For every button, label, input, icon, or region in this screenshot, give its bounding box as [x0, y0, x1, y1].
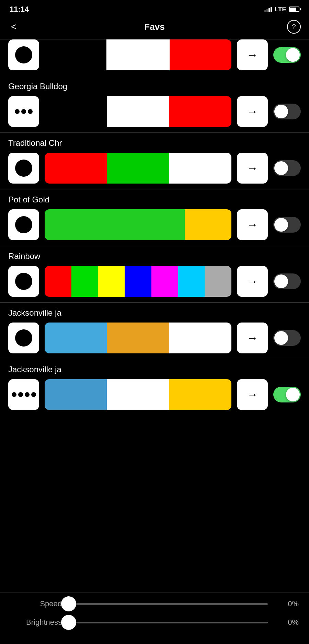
effect-name-traditional-chr: Traditional Chr: [8, 138, 301, 148]
effect-row-traditional-chr: Traditional Chr →: [0, 133, 309, 189]
brightness-label: Brightness: [10, 618, 62, 627]
color-preview-pot-of-gold: [45, 209, 231, 240]
speed-label: Speed: [10, 599, 62, 608]
color-preview-rainbow: [45, 266, 231, 297]
toggle-wrap-pot-of-gold[interactable]: [273, 217, 301, 233]
toggle-wrap-rainbow[interactable]: [273, 273, 301, 289]
status-bar: 11:14 LTE: [0, 0, 309, 16]
circle-icon-partial: [15, 46, 32, 63]
speed-track[interactable]: [69, 603, 268, 605]
effect-name-rainbow: Rainbow: [8, 251, 301, 261]
help-button[interactable]: ?: [287, 20, 301, 34]
toggle-rainbow[interactable]: [273, 273, 301, 289]
time: 11:14: [10, 5, 29, 14]
color-preview-jacksonville-2: [45, 379, 231, 410]
effect-row-jacksonville-1: Jacksonville ja →: [0, 303, 309, 359]
icon-box-jacksonville-2: [8, 379, 39, 410]
effect-name-pot-of-gold: Pot of Gold: [8, 195, 301, 204]
effect-row-rainbow: Rainbow →: [0, 246, 309, 302]
sliders-area: Speed 0% Brightness 0%: [0, 592, 309, 644]
header: < Favs ?: [0, 16, 309, 39]
toggle-wrap-jacksonville-1[interactable]: [273, 330, 301, 346]
brightness-thumb[interactable]: [61, 615, 76, 630]
toggle-wrap-partial[interactable]: [273, 47, 301, 63]
color-preview-partial: [45, 39, 231, 70]
effect-row-georgia-bulldog: Georgia Bulldog →: [0, 76, 309, 132]
icon-box-georgia-bulldog: [8, 96, 39, 127]
effect-row-pot-of-gold: Pot of Gold →: [0, 189, 309, 246]
circle-icon-jacksonville-1: [15, 329, 32, 347]
arrow-box-rainbow[interactable]: →: [237, 266, 268, 297]
arrow-box-georgia-bulldog[interactable]: →: [237, 96, 268, 127]
effect-name-georgia-bulldog: Georgia Bulldog: [8, 82, 301, 91]
color-preview-georgia-bulldog: [45, 96, 231, 127]
toggle-jacksonville-2[interactable]: [273, 387, 301, 402]
arrow-box-traditional-chr[interactable]: →: [237, 153, 268, 184]
icon-box-rainbow: [8, 266, 39, 297]
icon-box-jacksonville-1: [8, 323, 39, 353]
triple-circle-icon: [15, 109, 33, 114]
toggle-pot-of-gold[interactable]: [273, 217, 301, 233]
effect-name-jacksonville-2: Jacksonville ja: [8, 365, 301, 374]
partial-top-row: →: [0, 39, 309, 76]
brightness-value: 0%: [275, 618, 299, 627]
toggle-georgia-bulldog[interactable]: [273, 104, 301, 119]
effect-row-jacksonville-2: Jacksonville ja →: [0, 359, 309, 414]
speed-slider-row: Speed 0%: [10, 599, 299, 608]
back-button[interactable]: <: [8, 20, 19, 34]
dots-icon-jacksonville-2: [12, 392, 36, 397]
brightness-track[interactable]: [69, 622, 268, 623]
toggle-wrap-georgia-bulldog[interactable]: [273, 104, 301, 119]
brightness-slider-row: Brightness 0%: [10, 618, 299, 627]
toggle-traditional-chr[interactable]: [273, 160, 301, 176]
arrow-box-partial[interactable]: →: [237, 39, 268, 70]
circle-icon-rainbow: [15, 273, 32, 290]
toggle-partial[interactable]: [273, 47, 301, 63]
content: → Georgia Bulldog: [0, 39, 309, 496]
toggle-wrap-traditional-chr[interactable]: [273, 160, 301, 176]
color-preview-jacksonville-1: [45, 323, 231, 353]
speed-value: 0%: [275, 599, 299, 608]
arrow-box-jacksonville-1[interactable]: →: [237, 323, 268, 353]
circle-icon-traditional: [15, 160, 32, 177]
effect-name-jacksonville-1: Jacksonville ja: [8, 308, 301, 318]
toggle-jacksonville-1[interactable]: [273, 330, 301, 346]
page-title: Favs: [144, 22, 164, 32]
speed-thumb[interactable]: [61, 596, 76, 611]
signal-bars: [264, 7, 272, 12]
circle-icon-pot: [15, 216, 32, 233]
icon-box-pot-of-gold: [8, 209, 39, 240]
status-right: LTE: [264, 5, 299, 13]
color-preview-traditional-chr: [45, 153, 231, 184]
icon-box-traditional-chr: [8, 153, 39, 184]
toggle-wrap-jacksonville-2[interactable]: [273, 387, 301, 402]
arrow-box-pot-of-gold[interactable]: →: [237, 209, 268, 240]
carrier: LTE: [275, 5, 286, 13]
icon-box-partial: [8, 39, 39, 70]
arrow-box-jacksonville-2[interactable]: →: [237, 379, 268, 410]
battery-icon: [289, 7, 299, 12]
